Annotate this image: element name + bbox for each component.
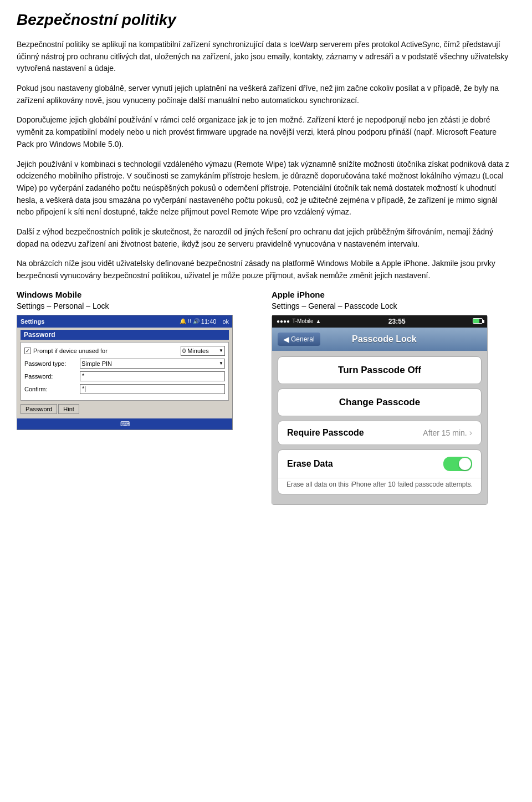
wm-prompt-checkbox[interactable] xyxy=(24,348,31,354)
wm-password-type-value: Simple PIN xyxy=(81,360,112,367)
wm-titlebar-icons: 🔔 ⁞⁞ 🔊 11:40 ok xyxy=(180,318,229,325)
iphone-change-passcode-button[interactable]: Change Passcode xyxy=(278,389,482,416)
paragraph-1: Bezpečnostní politiky se aplikují na kom… xyxy=(17,39,515,75)
iphone-settings-path: Settings – General – Passcode Lock xyxy=(272,302,515,310)
iphone-signal-icon: ●●●● xyxy=(277,318,290,324)
wm-platform-label: Windows Mobile xyxy=(17,290,260,299)
wm-password-type-select[interactable]: Simple PIN ▼ xyxy=(80,359,225,369)
iphone-battery-icon xyxy=(473,318,483,325)
wm-signal-icon: ⁞⁞ xyxy=(188,318,191,324)
wm-tab-hint[interactable]: Hint xyxy=(58,404,79,414)
wm-prompt-arrow-icon: ▼ xyxy=(219,348,223,353)
paragraph-2: Pokud jsou nastaveny globálně, server vy… xyxy=(17,83,515,106)
wm-password-type-row: Password type: Simple PIN ▼ xyxy=(24,359,225,369)
wm-time: 11:40 xyxy=(201,318,217,325)
wm-prompt-select[interactable]: 0 Minutes ▼ xyxy=(181,346,225,356)
wm-app-name: Settings xyxy=(21,318,44,325)
iphone-wifi-icon: ▲ xyxy=(316,318,321,324)
windows-mobile-col: Windows Mobile Settings – Personal – Loc… xyxy=(17,290,260,505)
iphone-screenshot: ●●●● T-Mobile ▲ 23:55 ◀ General Passcode… xyxy=(272,315,488,505)
iphone-turn-passcode-off-button[interactable]: Turn Passcode Off xyxy=(278,356,482,384)
iphone-platform-label: Apple iPhone xyxy=(272,290,515,299)
wm-confirm-value: *| xyxy=(82,385,86,392)
wm-keyboard-icon: ⌨ xyxy=(120,420,130,428)
wm-prompt-label: Prompt if device unused for xyxy=(33,348,181,354)
paragraph-6: Na obrázcích níže jsou vidět uživatelsky… xyxy=(17,258,515,282)
iphone-erase-data-item: Erase Data xyxy=(278,450,481,478)
wm-password-value: * xyxy=(82,372,84,379)
paragraph-4: Jejich používání v kombinaci s technolog… xyxy=(17,159,515,218)
iphone-statusbar-left: ●●●● T-Mobile ▲ xyxy=(277,318,321,324)
wm-section-header: Password xyxy=(21,330,229,340)
wm-confirm-label: Confirm: xyxy=(24,386,80,392)
wm-tab-password[interactable]: Password xyxy=(21,404,57,414)
iphone-statusbar-right xyxy=(473,318,483,325)
iphone-erase-note: Erase all data on this iPhone after 10 f… xyxy=(278,478,481,494)
paragraph-5: Další z výhod bezpečnostních politik je … xyxy=(17,226,515,250)
iphone-back-label: General xyxy=(291,335,315,343)
wm-ok-button[interactable]: ok xyxy=(222,318,229,325)
wm-form: Prompt if device unused for 0 Minutes ▼ … xyxy=(21,342,229,401)
wm-confirm-input[interactable]: *| xyxy=(80,384,225,394)
wm-screenshot: Settings 🔔 ⁞⁞ 🔊 11:40 ok Password Prompt… xyxy=(17,315,233,430)
page-title: Bezpečnostní politiky xyxy=(17,11,515,29)
screenshots-section: Windows Mobile Settings – Personal – Loc… xyxy=(17,290,515,505)
iphone-body: Turn Passcode Off Change Passcode Requir… xyxy=(272,351,487,504)
iphone-require-passcode-label: Require Passcode xyxy=(287,428,364,438)
wm-type-arrow-icon: ▼ xyxy=(219,361,223,366)
wm-prompt-row: Prompt if device unused for 0 Minutes ▼ xyxy=(24,346,225,356)
wm-content: Password Prompt if device unused for 0 M… xyxy=(17,328,232,416)
iphone-navbar: ◀ General Passcode Lock xyxy=(272,328,487,351)
iphone-require-passcode-item[interactable]: Require Passcode After 15 min. › xyxy=(278,421,481,445)
iphone-erase-data-toggle[interactable] xyxy=(443,457,472,471)
wm-settings-path: Settings – Personal – Lock xyxy=(17,302,260,310)
wm-password-input[interactable]: * xyxy=(80,371,225,381)
iphone-require-passcode-after: After 15 min. xyxy=(423,428,467,437)
wm-volume-icon: 🔊 xyxy=(193,318,200,324)
wm-password-label: Password: xyxy=(24,373,80,380)
iphone-time: 23:55 xyxy=(388,318,406,325)
wm-password-type-label: Password type: xyxy=(24,360,80,367)
apple-iphone-col: Apple iPhone Settings – General – Passco… xyxy=(272,290,515,505)
wm-confirm-row: Confirm: *| xyxy=(24,384,225,394)
iphone-erase-data-row: Erase Data Erase all data on this iPhone… xyxy=(278,449,482,494)
paragraph-3: Doporučujeme jejich globální používání v… xyxy=(17,114,515,150)
iphone-back-button[interactable]: ◀ General xyxy=(278,333,320,346)
iphone-carrier: T-Mobile xyxy=(292,318,313,324)
wm-bottom-bar: ⌨ xyxy=(17,418,232,430)
wm-notify-icon: 🔔 xyxy=(180,318,186,324)
iphone-require-passcode-value: After 15 min. › xyxy=(423,428,472,438)
wm-titlebar: Settings 🔔 ⁞⁞ 🔊 11:40 ok xyxy=(17,315,232,328)
iphone-require-passcode-row: Require Passcode After 15 min. › xyxy=(278,421,482,445)
iphone-navbar-title: Passcode Lock xyxy=(320,334,448,344)
wm-prompt-value: 0 Minutes xyxy=(182,348,209,354)
iphone-toggle-knob xyxy=(459,458,471,470)
iphone-back-arrow-icon: ◀ xyxy=(283,335,289,344)
wm-password-row: Password: * xyxy=(24,371,225,381)
iphone-erase-data-label: Erase Data xyxy=(287,459,333,469)
wm-bottom-tabs: Password Hint xyxy=(21,404,229,414)
iphone-require-chevron-icon: › xyxy=(469,428,472,438)
iphone-statusbar: ●●●● T-Mobile ▲ 23:55 xyxy=(272,315,487,328)
